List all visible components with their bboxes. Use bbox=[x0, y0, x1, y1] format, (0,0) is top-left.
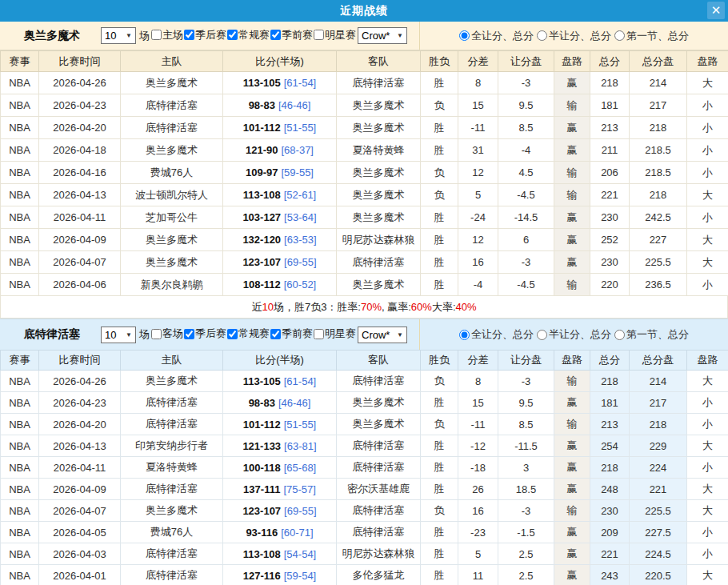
scope-radio[interactable]: 全让分、总分 bbox=[459, 29, 534, 43]
filter-checkbox[interactable]: 常规赛 bbox=[226, 327, 270, 341]
total-points-cell: 230 bbox=[590, 500, 630, 522]
total-line-cell: 217 bbox=[630, 94, 687, 117]
filter-checkbox[interactable]: 常规赛 bbox=[226, 28, 270, 42]
win-loss-cell: 负 bbox=[421, 162, 458, 184]
checkbox-input[interactable] bbox=[227, 30, 238, 40]
radio-input[interactable] bbox=[537, 30, 547, 41]
halftime-score: [68-37] bbox=[282, 144, 314, 156]
radio-input[interactable] bbox=[459, 30, 470, 41]
results-table: 赛事比赛时间主队比分(半场)客队胜负分差让分盘盘路总分总分盘盘路 NBA2026… bbox=[0, 350, 728, 585]
over-under-cell: 小 bbox=[687, 139, 728, 162]
radio-input[interactable] bbox=[614, 330, 625, 340]
final-score: 121-90 bbox=[246, 144, 278, 156]
score-cell: 127-116[59-54] bbox=[223, 565, 337, 585]
source-select[interactable]: Crow*▼ bbox=[358, 327, 407, 343]
game-row: NBA2026-04-09奥兰多魔术132-120[63-53]明尼苏达森林狼胜… bbox=[1, 229, 728, 251]
column-header: 赛事 bbox=[1, 51, 39, 72]
game-row: NBA2026-04-16费城76人109-97[59-55]奥兰多魔术负124… bbox=[1, 162, 728, 184]
final-score: 121-133 bbox=[242, 440, 281, 452]
games-count-select[interactable]: 10▼ bbox=[101, 27, 136, 44]
total-line-cell: 218 bbox=[630, 184, 687, 206]
games-count-select[interactable]: 10▼ bbox=[101, 327, 136, 343]
scope-radio[interactable]: 第一节、总分 bbox=[614, 29, 689, 43]
away-team-cell: 奥兰多魔术 bbox=[337, 94, 421, 117]
win-loss-cell: 胜 bbox=[421, 392, 458, 414]
league-cell: NBA bbox=[1, 139, 39, 162]
scope-radio[interactable]: 全让分、总分 bbox=[459, 327, 534, 342]
total-line-cell: 218.5 bbox=[630, 139, 687, 162]
filter-checkbox[interactable]: 季后赛 bbox=[183, 327, 226, 341]
column-header: 客队 bbox=[337, 51, 421, 72]
final-score: 108-112 bbox=[243, 278, 281, 290]
total-points-cell: 218 bbox=[590, 371, 630, 392]
column-header: 胜负 bbox=[421, 51, 458, 72]
checkbox-input[interactable] bbox=[184, 30, 194, 40]
filter-checkbox[interactable]: 明星赛 bbox=[313, 28, 356, 42]
summary-text: 近 bbox=[251, 300, 262, 315]
final-score: 132-120 bbox=[242, 234, 281, 246]
scope-radio[interactable]: 第一节、总分 bbox=[614, 327, 689, 342]
home-team-cell: 奥兰多魔术 bbox=[121, 139, 223, 162]
filter-checkbox[interactable]: 季前赛 bbox=[270, 28, 313, 42]
scope-radio[interactable]: 半让分、总分 bbox=[537, 327, 611, 342]
checkbox-input[interactable] bbox=[270, 329, 281, 339]
checkbox-input[interactable] bbox=[151, 30, 162, 40]
scope-radio[interactable]: 半让分、总分 bbox=[537, 29, 611, 43]
column-header: 让分盘 bbox=[498, 51, 554, 72]
checkbox-input[interactable] bbox=[314, 329, 324, 339]
checkbox-input[interactable] bbox=[314, 30, 324, 40]
checkbox-input[interactable] bbox=[270, 30, 281, 40]
win-loss-cell: 胜 bbox=[421, 229, 458, 251]
chevron-down-icon: ▼ bbox=[397, 32, 403, 39]
handicap-line-cell: -14.5 bbox=[498, 206, 554, 229]
handicap-line-cell: -3 bbox=[498, 251, 554, 274]
score-cell: 93-116[60-71] bbox=[223, 522, 337, 543]
handicap-outcome-cell: 赢 bbox=[554, 229, 590, 251]
column-header: 总分盘 bbox=[630, 51, 687, 72]
checkbox-input[interactable] bbox=[184, 329, 194, 339]
handicap-outcome-cell: 赢 bbox=[554, 457, 590, 479]
handicap-outcome-cell: 输 bbox=[554, 500, 590, 522]
filter-checkbox[interactable]: 客场 bbox=[150, 327, 183, 341]
date-cell: 2026-04-11 bbox=[39, 206, 121, 229]
date-cell: 2026-04-13 bbox=[39, 435, 121, 457]
modal-title: 近期战绩 bbox=[340, 4, 388, 18]
date-cell: 2026-04-09 bbox=[39, 479, 121, 500]
total-points-cell: 213 bbox=[590, 414, 630, 435]
filter-checkbox[interactable]: 明星赛 bbox=[313, 327, 356, 341]
point-diff-cell: 12 bbox=[458, 162, 498, 184]
filter-checkbox[interactable]: 季前赛 bbox=[270, 327, 313, 341]
point-diff-cell: 12 bbox=[458, 229, 498, 251]
radio-input[interactable] bbox=[614, 30, 625, 41]
team-name-label: 底特律活塞 bbox=[24, 327, 80, 342]
home-team-cell: 费城76人 bbox=[121, 522, 223, 543]
column-header: 分差 bbox=[458, 351, 498, 371]
filter-checkbox[interactable]: 主场 bbox=[150, 28, 183, 42]
point-diff-cell: 26 bbox=[458, 479, 498, 500]
halftime-score: [63-53] bbox=[284, 234, 316, 246]
score-cell: 123-107[69-55] bbox=[223, 251, 337, 274]
checkbox-input[interactable] bbox=[227, 329, 238, 339]
radio-input[interactable] bbox=[459, 330, 470, 340]
filter-checkbox[interactable]: 季后赛 bbox=[183, 28, 226, 42]
handicap-outcome-cell: 赢 bbox=[554, 251, 590, 274]
home-team-cell: 奥兰多魔术 bbox=[121, 371, 223, 392]
filterbar: 底特律活塞 10▼ 场 客场季后赛常规赛季前赛明星赛 Crow*▼ 全让分、总分… bbox=[0, 319, 728, 350]
point-diff-cell: -11 bbox=[458, 414, 498, 435]
total-line-cell: 229 bbox=[630, 435, 687, 457]
score-cell: 109-97[59-55] bbox=[223, 162, 337, 184]
over-under-cell: 大 bbox=[687, 251, 728, 274]
handicap-outcome-cell: 赢 bbox=[554, 565, 590, 585]
date-cell: 2026-04-20 bbox=[39, 117, 121, 139]
radio-input[interactable] bbox=[537, 330, 547, 340]
away-team-cell: 底特律活塞 bbox=[337, 457, 421, 479]
handicap-outcome-cell: 赢 bbox=[554, 543, 590, 565]
close-icon[interactable]: ✕ bbox=[707, 2, 725, 19]
win-loss-cell: 胜 bbox=[421, 72, 458, 94]
point-diff-cell: 5 bbox=[458, 543, 498, 565]
total-line-cell: 217 bbox=[630, 392, 687, 414]
checkbox-input[interactable] bbox=[151, 329, 162, 339]
source-select[interactable]: Crow*▼ bbox=[358, 27, 407, 44]
league-cell: NBA bbox=[1, 117, 39, 139]
halftime-score: [75-57] bbox=[283, 483, 315, 495]
